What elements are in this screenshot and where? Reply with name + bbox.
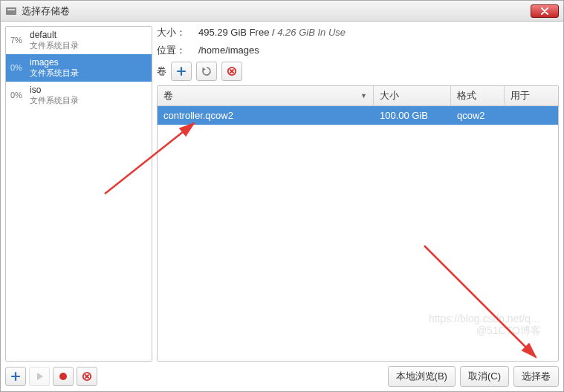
col-name[interactable]: 卷 ▼ [158,86,374,105]
size-label: 大小： [157,26,192,39]
svg-rect-0 [6,7,16,15]
col-size[interactable]: 大小 [374,86,451,105]
volume-table-header: 卷 ▼ 大小 格式 用于 [158,86,558,106]
local-browse-button[interactable]: 本地浏览(B) [388,366,456,387]
pool-type: 文件系统目录 [30,68,79,79]
add-volume-button[interactable] [171,62,192,81]
volume-name: controller.qcow2 [158,108,374,122]
volume-size: 100.00 GiB [374,108,451,122]
volume-label: 卷 [157,65,166,78]
storage-chooser-window: 选择存储卷 7%default文件系统目录0%images文件系统目录0%iso… [0,0,564,392]
pool-panel: 7%default文件系统目录0%images文件系统目录0%iso文件系统目录 [5,26,152,362]
pool-toolbar [5,367,97,386]
volume-row[interactable]: controller.qcow2100.00 GiBqcow2 [158,106,558,125]
svg-rect-1 [7,9,15,10]
window-close-button[interactable] [531,4,559,18]
start-pool-button [29,367,50,386]
pool-type: 文件系统目录 [30,41,79,51]
delete-pool-button[interactable] [77,367,97,386]
pool-name: iso [30,85,79,96]
volume-table: 卷 ▼ 大小 格式 用于 controller.qcow2100.00 GiBq… [157,85,559,362]
choose-volume-button[interactable]: 选择卷 [513,366,559,387]
location-value: /home/images [198,45,259,56]
pool-item-images[interactable]: 0%images文件系统目录 [6,54,152,82]
delete-volume-button[interactable] [221,62,242,81]
volume-used-by [505,108,558,122]
detail-panel: 大小： 495.29 GiB Free / 4.26 GiB In Use 位置… [157,26,559,362]
pool-usage-pct: 0% [10,91,30,99]
size-free: 495.29 GiB Free [198,27,269,38]
pool-list[interactable]: 7%default文件系统目录0%images文件系统目录0%iso文件系统目录 [6,27,152,361]
window-title: 选择存储卷 [22,4,531,18]
col-used[interactable]: 用于 [505,86,558,105]
location-label: 位置： [157,44,192,57]
pool-name: images [30,57,79,68]
volume-toolbar: 卷 [157,62,559,81]
add-pool-button[interactable] [5,367,26,386]
refresh-volumes-button[interactable] [196,62,217,81]
col-fmt[interactable]: 格式 [451,86,505,105]
pool-item-default[interactable]: 7%default文件系统目录 [6,27,152,54]
svg-point-3 [59,373,67,380]
pool-type: 文件系统目录 [30,96,79,106]
size-inuse: 4.26 GiB In Use [277,27,346,38]
main-row: 7%default文件系统目录0%images文件系统目录0%iso文件系统目录… [5,26,559,362]
app-icon [5,5,17,17]
pool-name: default [30,30,79,41]
titlebar: 选择存储卷 [1,1,563,22]
size-row: 大小： 495.29 GiB Free / 4.26 GiB In Use [157,26,559,39]
volume-table-body[interactable]: controller.qcow2100.00 GiBqcow2 [158,106,558,361]
pool-item-iso[interactable]: 0%iso文件系统目录 [6,82,152,109]
volume-format: qcow2 [451,108,505,122]
location-row: 位置： /home/images [157,44,559,57]
stop-pool-button[interactable] [53,367,74,386]
pool-usage-pct: 0% [10,63,30,72]
window-body: 7%default文件系统目录0%images文件系统目录0%iso文件系统目录… [1,22,563,391]
sort-caret-icon: ▼ [360,92,367,99]
pool-usage-pct: 7% [10,36,30,45]
cancel-button[interactable]: 取消(C) [460,366,509,387]
footer: 本地浏览(B) 取消(C) 选择卷 [5,362,559,387]
